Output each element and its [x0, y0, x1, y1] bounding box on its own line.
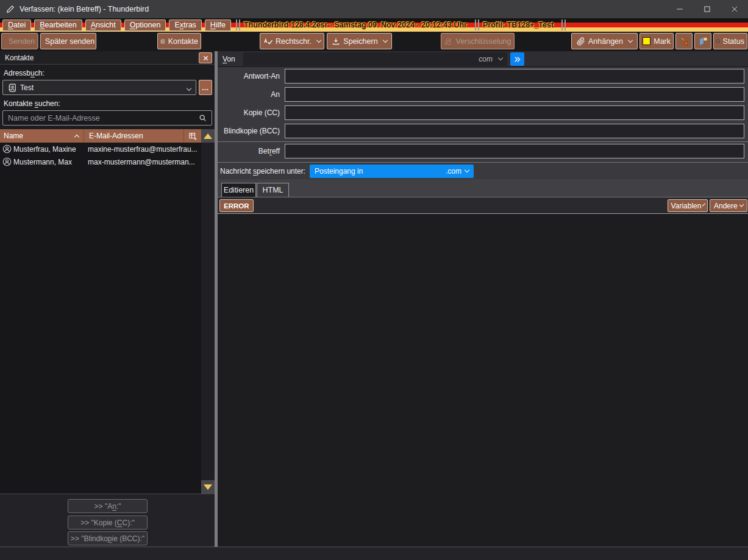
contacts-toggle-button[interactable]: Kontakte — [157, 33, 201, 49]
toolbar-grip — [475, 19, 479, 30]
reply-to-label: Antwort-An — [218, 69, 280, 83]
close-button[interactable] — [721, 0, 748, 18]
contact-email: max-mustermann@musterman... — [88, 158, 201, 166]
menu-bearbeiten[interactable]: Bearbeiten — [34, 19, 82, 31]
encryption-button[interactable]: Verschlüsselung — [441, 33, 515, 49]
send-later-button[interactable]: Später senden — [40, 33, 96, 49]
sidebar-header: Kontakte — [0, 51, 215, 65]
redirect-arrow-button[interactable] — [675, 33, 693, 49]
contact-search-input[interactable] — [8, 114, 199, 122]
paperclip-icon — [577, 37, 585, 46]
toolbar-grip — [236, 19, 240, 30]
version-date-text: Thunderbird 128.4.2esr - Samstag 09. Nov… — [244, 21, 467, 29]
other-button[interactable]: Andere — [710, 199, 747, 212]
attach-button[interactable]: Anhängen — [571, 33, 638, 49]
mark-button[interactable]: Mark — [639, 33, 674, 49]
list-scroll-up-button[interactable] — [201, 129, 215, 143]
contact-name: Musterfrau, Maxine — [13, 145, 88, 154]
addressbook-select[interactable]: Test — [2, 80, 196, 95]
double-chevron-right-icon — [513, 56, 521, 63]
add-to-button[interactable]: >> "An:" — [68, 499, 148, 513]
sort-ascending-icon — [74, 135, 79, 140]
save-folder-select[interactable]: Posteingang in .com — [310, 165, 474, 178]
reply-to-input[interactable] — [285, 69, 744, 83]
chevron-down-icon — [739, 202, 744, 207]
save-message-label: Nachricht speichern unter: — [220, 163, 305, 180]
editor-tab-strip: Editieren HTML — [218, 179, 748, 197]
add-cc-button[interactable]: >> "Kopie (CC):" — [68, 516, 148, 530]
list-scrollbar-track[interactable] — [201, 143, 215, 494]
expand-recipients-button[interactable] — [510, 52, 524, 66]
from-label: Von — [223, 51, 235, 67]
compose-main: Von com Antwort-An An Kopie (CC) — [218, 51, 748, 547]
window-title: Verfassen: (kein Betreff) - Thunderbird — [20, 5, 149, 13]
chevron-down-icon — [185, 83, 191, 92]
error-button[interactable]: ERROR — [219, 199, 254, 212]
variables-button[interactable]: Variablen — [668, 199, 708, 212]
minimize-button[interactable] — [666, 0, 693, 18]
add-bcc-button[interactable]: >> "Blindkopie (BCC):" — [68, 531, 148, 545]
list-scroll-down-button[interactable] — [201, 480, 215, 494]
compose-window: Verfassen: (kein Betreff) - Thunderbird … — [0, 0, 748, 560]
menu-datei[interactable]: Datei — [2, 19, 31, 31]
statusbar — [0, 547, 748, 560]
cc-input[interactable] — [285, 105, 744, 120]
bcc-input[interactable] — [285, 124, 744, 138]
menu-optionen[interactable]: Optionen — [124, 19, 166, 31]
recipient-buttons-panel: >> "An:" >> "Kopie (CC):" >> "Blindkopie… — [0, 494, 215, 547]
addressbook-value: Test — [20, 83, 34, 92]
maximize-button[interactable] — [693, 0, 721, 18]
highlight-swatch-icon — [643, 37, 650, 45]
toolbar-grip — [561, 19, 566, 30]
save-button[interactable]: Speichern — [327, 33, 392, 49]
save-message-row: Nachricht speichern unter: Posteingang i… — [218, 162, 748, 179]
fire-arrow-icon — [679, 36, 689, 46]
person-icon — [0, 144, 13, 154]
composer-toolbar: Senden Später senden Kontakte Rechtschr.… — [0, 32, 748, 51]
column-header-name[interactable]: Name — [0, 129, 84, 143]
status-button[interactable]: Status — [713, 33, 747, 49]
from-identity-value: com — [479, 55, 493, 63]
to-input[interactable] — [285, 87, 744, 102]
save-icon — [332, 37, 340, 46]
subject-input[interactable] — [285, 144, 744, 158]
menubar: Datei Bearbeiten Ansicht Optionen Extras… — [0, 18, 748, 32]
send-button[interactable]: Senden — [1, 33, 38, 49]
chevron-down-icon — [628, 37, 633, 42]
chevron-down-icon — [702, 203, 705, 206]
menu-extras[interactable]: Extras — [169, 19, 201, 31]
tab-editieren[interactable]: Editieren — [221, 183, 256, 197]
menu-ansicht[interactable]: Ansicht — [85, 19, 121, 31]
close-icon — [202, 55, 209, 62]
sidebar-close-button[interactable] — [199, 52, 212, 63]
format-toolbar: ERROR Variablen Andere — [218, 197, 748, 214]
chevron-down-icon — [498, 55, 503, 60]
contact-email: maxine-musterfrau@musterfrau... — [88, 145, 201, 154]
spellcheck-icon — [263, 37, 272, 46]
contact-row[interactable]: Musterfrau, Maxine maxine-musterfrau@mus… — [0, 143, 201, 155]
chevron-down-icon — [382, 37, 387, 42]
column-header-email[interactable]: E-Mail-Adressen — [84, 129, 184, 143]
tab-html[interactable]: HTML — [257, 183, 289, 197]
blue-note-icon — [698, 36, 708, 46]
column-picker-button[interactable] — [184, 129, 201, 143]
from-identity-select[interactable]: com — [243, 52, 507, 66]
column-picker-icon — [188, 132, 198, 141]
person-icon — [0, 157, 13, 166]
triangle-down-icon — [204, 484, 212, 490]
header-separator — [218, 141, 748, 142]
lock-slash-icon — [444, 37, 452, 46]
addressbook-more-button[interactable]: … — [199, 80, 212, 95]
toolbar-separator — [38, 34, 39, 48]
message-body-editor[interactable] — [218, 214, 748, 547]
asterisk-circle-icon — [716, 37, 720, 46]
paper-plane-icon — [4, 37, 5, 46]
sidebar-title: Kontakte — [5, 54, 34, 62]
address-book-icon — [8, 83, 16, 92]
address-headers-panel: Antwort-An An Kopie (CC) Blindkopie (BCC… — [218, 67, 748, 162]
contacts-sidebar: Kontakte Adressbuch: Test … Kontakte suc… — [0, 51, 215, 547]
menu-hilfe[interactable]: Hilfe — [205, 19, 231, 31]
contact-row[interactable]: Mustermann, Max max-mustermann@musterman… — [0, 155, 201, 168]
note-button[interactable] — [694, 33, 711, 49]
spellcheck-button[interactable]: Rechtschr. — [260, 33, 324, 49]
